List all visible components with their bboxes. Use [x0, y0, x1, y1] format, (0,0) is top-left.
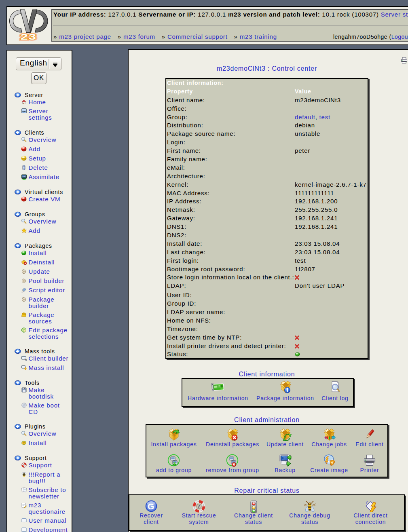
svg-text:?: ? — [197, 503, 200, 509]
svg-text:23: 23 — [21, 32, 37, 41]
svg-text:G: G — [148, 502, 154, 511]
